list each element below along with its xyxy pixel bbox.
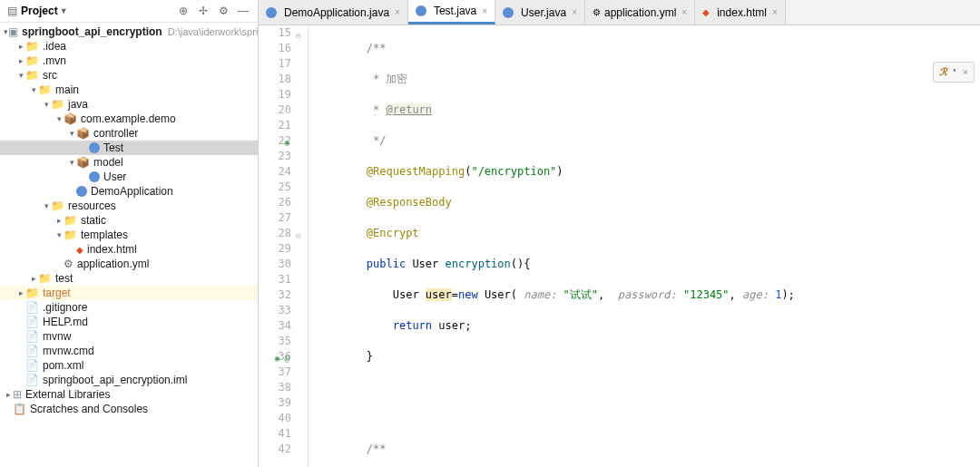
chevron-right-icon[interactable]: ▸ — [29, 274, 38, 283]
chevron-down-icon[interactable]: ▾ — [67, 158, 76, 167]
project-tree: ▾ ▣ springboot_api_encryption D:\java\id… — [0, 23, 258, 418]
close-icon[interactable]: × — [572, 7, 577, 17]
chevron-right-icon[interactable]: ▸ — [16, 288, 25, 297]
fold-icon[interactable]: ⊟ — [296, 28, 300, 44]
panel-title[interactable]: Project — [21, 5, 58, 17]
package-icon: 📦 — [76, 127, 90, 140]
tree-item-src[interactable]: ▾📁src — [0, 68, 258, 83]
line-number: 20 — [279, 103, 291, 116]
class-icon — [416, 5, 426, 16]
project-root[interactable]: ▾ ▣ springboot_api_encryption D:\java\id… — [0, 24, 258, 39]
tree-item-controller[interactable]: ▾📦controller — [0, 126, 258, 141]
tab-test[interactable]: Test.java× — [408, 0, 495, 24]
close-icon[interactable]: × — [395, 7, 400, 17]
chevron-down-icon[interactable]: ▾ — [42, 201, 51, 210]
line-number: 29 — [279, 242, 291, 255]
scratch-icon: 📋 — [13, 403, 26, 415]
iml-icon: 📄 — [25, 374, 39, 386]
tab-user[interactable]: User.java× — [495, 0, 585, 24]
chevron-down-icon[interactable]: ▾ — [67, 129, 76, 138]
gear-icon[interactable]: ⚙ — [216, 4, 230, 18]
chevron-right-icon[interactable]: ▸ — [16, 42, 25, 51]
class-icon — [89, 171, 100, 182]
folder-icon: 📁 — [38, 272, 52, 285]
folder-icon: 📁 — [64, 229, 77, 241]
tab-demo-application[interactable]: DemoApplication.java× — [259, 0, 408, 24]
project-tool-window: ▤ Project ▼ ⊕ ✢ ⚙ — ▾ ▣ springboot_api_e… — [0, 0, 259, 467]
tree-item-help[interactable]: 📄HELP.md — [0, 315, 258, 329]
tree-item-gitignore[interactable]: 📄.gitignore — [0, 300, 258, 315]
chevron-right-icon[interactable]: ▸ — [16, 56, 25, 65]
tree-item-target[interactable]: ▸📁target — [0, 286, 258, 300]
reader-mode-badge[interactable]: ℛ⁵ × — [933, 62, 975, 83]
tree-item-main[interactable]: ▾📁main — [0, 83, 258, 97]
line-number: 19 — [279, 88, 291, 101]
resources-folder-icon: 📁 — [51, 199, 64, 212]
folder-icon: 📁 — [25, 69, 39, 82]
tree-item-ext-lib[interactable]: ▸⊞External Libraries — [0, 387, 258, 402]
xml-icon: 📄 — [25, 359, 39, 372]
tree-item-test-class[interactable]: Test — [0, 141, 258, 155]
tree-item-idea[interactable]: ▸📁.idea — [0, 39, 258, 54]
chevron-right-icon[interactable]: ▸ — [54, 216, 64, 225]
gutter: 15⊟ 16 17 18 19 20 21 22◉ 23 24 25 26 27… — [259, 25, 309, 467]
chevron-down-icon[interactable]: ▾ — [29, 85, 38, 94]
chevron-down-icon[interactable]: ▾ — [54, 230, 64, 239]
tree-item-mvnw-cmd[interactable]: 📄mvnw.cmd — [0, 344, 258, 358]
editor-tabs: DemoApplication.java× Test.java× User.ja… — [259, 0, 980, 25]
tree-item-mvnw[interactable]: 📄mvnw — [0, 329, 258, 344]
project-view-icon[interactable]: ▤ — [7, 5, 17, 17]
chevron-down-icon[interactable]: ▾ — [42, 100, 51, 109]
tree-item-mvn[interactable]: ▸📁.mvn — [0, 54, 258, 68]
close-icon[interactable]: × — [962, 64, 968, 80]
tab-label: application.yml — [604, 6, 676, 19]
project-path: D:\java\iderwork\springbo — [168, 26, 259, 37]
tree-item-scratches[interactable]: 📋Scratches and Consoles — [0, 402, 258, 416]
tree-item-static[interactable]: ▸📁static — [0, 213, 258, 228]
tab-label: index.html — [717, 6, 767, 19]
line-number: 16 — [279, 42, 291, 54]
class-icon — [266, 7, 277, 18]
close-icon[interactable]: × — [681, 7, 687, 17]
close-icon[interactable]: × — [772, 7, 778, 17]
tree-item-app-yml[interactable]: ⚙application.yml — [0, 257, 258, 271]
tree-item-demo[interactable]: ▾📦com.example.demo — [0, 112, 258, 126]
tree-item-iml[interactable]: 📄springboot_api_encryption.iml — [0, 373, 258, 387]
tree-item-resources[interactable]: ▾📁resources — [0, 199, 258, 213]
tree-item-templates[interactable]: ▾📁templates — [0, 228, 258, 242]
editor-body[interactable]: 15⊟ 16 17 18 19 20 21 22◉ 23 24 25 26 27… — [259, 25, 980, 467]
tree-item-pom[interactable]: 📄pom.xml — [0, 358, 258, 373]
html-icon: ◆ — [76, 245, 83, 255]
class-icon — [89, 142, 100, 153]
package-icon: 📦 — [64, 112, 77, 125]
tree-item-test[interactable]: ▸📁test — [0, 271, 258, 286]
tree-item-index-html[interactable]: ◆index.html — [0, 242, 258, 257]
folder-icon: 📁 — [64, 214, 77, 227]
expand-icon[interactable]: ✢ — [196, 4, 211, 18]
tree-item-user-class[interactable]: User — [0, 170, 258, 184]
line-number: 37 — [279, 365, 291, 378]
tree-item-demo-app[interactable]: DemoApplication — [0, 184, 258, 199]
line-number: 33 — [279, 304, 291, 316]
tree-item-model[interactable]: ▾📦model — [0, 155, 258, 170]
chevron-down-icon[interactable]: ▼ — [60, 6, 68, 15]
line-number: 17 — [279, 57, 291, 70]
tree-item-java[interactable]: ▾📁java — [0, 97, 258, 112]
chevron-right-icon[interactable]: ▸ — [4, 390, 13, 399]
close-icon[interactable]: × — [482, 6, 487, 16]
chevron-down-icon[interactable]: ▾ — [16, 71, 25, 80]
chevron-down-icon[interactable]: ▾ — [54, 114, 64, 123]
line-number: 23 — [279, 150, 291, 162]
folder-icon: 📁 — [25, 40, 39, 53]
fold-icon[interactable]: ⊟ — [296, 229, 300, 244]
tab-index-html[interactable]: ◆index.html× — [695, 0, 786, 24]
hide-icon[interactable]: — — [236, 4, 250, 18]
locate-icon[interactable]: ⊕ — [176, 4, 191, 18]
file-icon: 📄 — [25, 330, 39, 343]
line-number: 28 — [279, 227, 291, 239]
class-icon — [503, 7, 514, 18]
tab-application-yml[interactable]: ⚙application.yml× — [585, 0, 695, 24]
code-area[interactable]: /** * 加密 * @return */ @RequestMapping("/… — [309, 25, 980, 467]
line-number: 27 — [279, 211, 291, 224]
line-number: 38 — [279, 381, 291, 394]
